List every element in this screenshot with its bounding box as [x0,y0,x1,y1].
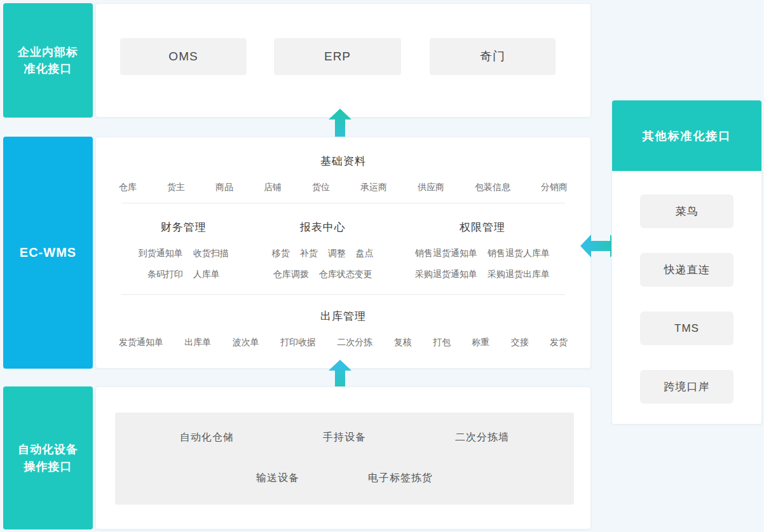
section-title-reports: 报表中心 [252,220,393,235]
wms-card: 基础资料 仓库 货主 商品 店铺 货位 承运商 供应商 包装信息 分销商 财务管… [95,137,591,369]
reports-row: 移货 补货 调整 盘点 [252,247,393,259]
device-item: 手持设备 [323,430,366,444]
basic-item: 承运商 [360,181,387,193]
column-finance: 财务管理 到货通知单 收货扫描 条码打印 人库单 [115,220,252,280]
system-box-erp: ERP [274,38,401,75]
system-box-qimen: 奇门 [430,38,556,75]
reports-item: 补货 [300,247,318,259]
basic-item: 分销商 [541,181,568,193]
interface-box-cross-border: 跨境口岸 [640,370,733,404]
reports-item: 调整 [328,247,346,259]
basic-item: 货主 [167,181,185,193]
permissions-item: 销售退货人库单 [488,247,550,259]
outbound-item: 称重 [472,336,489,348]
divider [121,203,565,203]
device-panel: 自动化仓储 手持设备 二次分拣墙 输送设备 电子标签拣货 [115,413,574,505]
top-systems-card: OMS ERP 奇门 [95,3,591,118]
other-interfaces-panel: 其他标准化接口 菜鸟 快递直连 TMS 跨境口岸 [611,100,762,425]
divider [121,294,565,295]
other-interfaces-header: 其他标准化接口 [612,100,761,171]
section-title-basic-data: 基础资料 [96,154,590,169]
basic-item: 店铺 [264,181,282,193]
basic-item: 包装信息 [475,181,510,193]
outbound-item: 打包 [433,336,451,348]
sidebar-device-interface: 自动化设备操作接口 [3,386,93,529]
permissions-row: 采购退货通知单 采购退货出库单 [393,268,571,280]
outbound-item: 出库单 [184,336,211,348]
finance-item: 收货扫描 [193,247,229,259]
permissions-item: 采购退货出库单 [488,268,550,280]
section-title-outbound: 出库管理 [96,309,590,324]
device-item: 电子标签拣货 [368,471,433,485]
column-reports: 报表中心 移货 补货 调整 盘点 仓库调拨 仓库状态变更 [252,220,393,280]
basic-item: 仓库 [119,181,137,193]
section-title-permissions: 权限管理 [393,220,571,235]
device-item: 二次分拣墙 [455,430,509,444]
finance-item: 人库单 [193,268,220,280]
reports-item: 仓库调拨 [273,268,309,280]
permissions-item: 销售退货通知单 [415,247,477,259]
architecture-diagram: 企业内部标准化接口 OMS ERP 奇门 EC-WMS 基础资料 仓库 货主 商… [0,0,764,532]
reports-row: 仓库调拨 仓库状态变更 [252,268,393,280]
outbound-item: 发货 [550,336,568,348]
device-row: 自动化仓储 手持设备 二次分拣墙 [115,430,574,444]
sidebar-enterprise-interface: 企业内部标准化接口 [3,3,93,118]
basic-item: 供应商 [418,181,444,193]
finance-item: 到货通知单 [139,247,183,259]
sidebar-ec-wms-label: EC-WMS [20,243,76,262]
outbound-item: 二次分拣 [337,336,372,348]
basic-item: 货位 [312,181,330,193]
sidebar-ec-wms: EC-WMS [3,137,93,369]
finance-row: 到货通知单 收货扫描 [115,247,252,259]
outbound-item: 打印收据 [280,336,316,348]
permissions-item: 采购退货通知单 [415,268,477,280]
device-item: 自动化仓储 [180,430,234,444]
outbound-item: 发货通知单 [119,336,163,348]
interface-box-cainiao: 菜鸟 [640,194,733,228]
finance-item: 条码打印 [147,268,183,280]
interface-box-tms: TMS [640,311,733,345]
outbound-item: 复核 [394,336,412,348]
interface-box-express-direct: 快递直连 [640,253,733,287]
sidebar-device-interface-label: 自动化设备操作接口 [17,441,79,474]
outbound-items: 发货通知单 出库单 波次单 打印收据 二次分拣 复核 打包 称重 交接 发货 [96,336,590,348]
outbound-item: 波次单 [233,336,259,348]
reports-item: 移货 [272,247,290,259]
basic-item: 商品 [215,181,233,193]
reports-item: 仓库状态变更 [319,268,372,280]
sidebar-enterprise-interface-label: 企业内部标准化接口 [17,44,79,77]
outbound-item: 交接 [511,336,529,348]
permissions-row: 销售退货通知单 销售退货人库单 [393,247,571,259]
finance-row: 条码打印 人库单 [115,268,252,280]
device-card: 自动化仓储 手持设备 二次分拣墙 输送设备 电子标签拣货 [95,386,591,529]
section-title-finance: 财务管理 [115,220,252,235]
reports-item: 盘点 [356,247,374,259]
system-box-oms: OMS [120,38,247,75]
device-item: 输送设备 [256,471,299,485]
device-row: 输送设备 电子标签拣货 [115,471,574,485]
basic-data-items: 仓库 货主 商品 店铺 货位 承运商 供应商 包装信息 分销商 [96,181,590,193]
wms-middle-columns: 财务管理 到货通知单 收货扫描 条码打印 人库单 报表中心 移货 补货 调整 盘… [96,220,590,280]
column-permissions: 权限管理 销售退货通知单 销售退货人库单 采购退货通知单 采购退货出库单 [393,220,571,280]
